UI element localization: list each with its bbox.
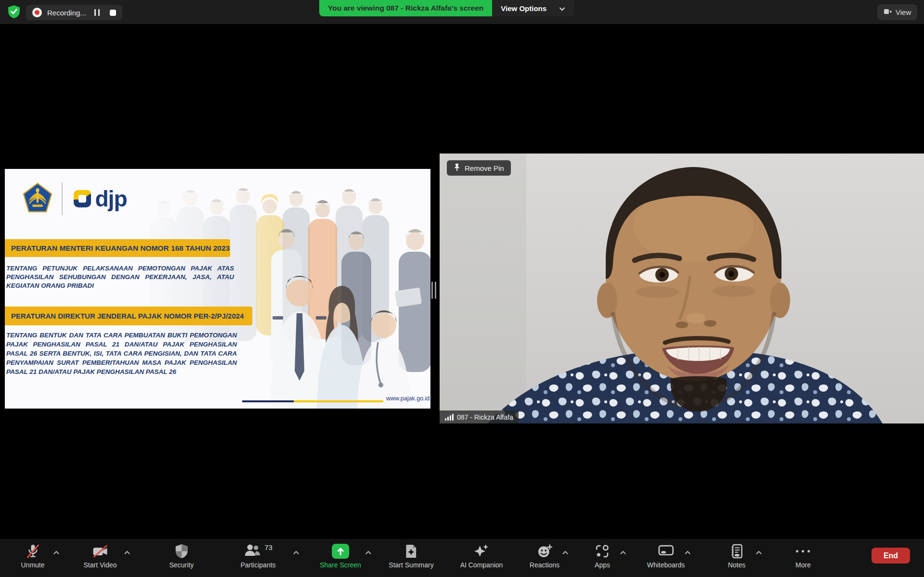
share-screen-label: Share Screen [320,561,361,569]
apps-options-chevron[interactable] [620,550,626,555]
recording-indicator: Recording... [26,5,122,20]
participant-name: 087 - Rickza Alfafa [457,413,513,421]
djp-logo-text: djp [95,188,127,210]
view-layout-button[interactable]: View [877,4,917,20]
reactions-options-chevron[interactable] [562,550,569,555]
top-bar: Recording... You are viewing 087 - Rickz… [0,0,924,24]
end-meeting-button[interactable]: End [872,548,910,564]
whiteboard-icon [658,542,674,560]
meeting-toolbar: Unmute Start Video Security 73 Participa… [0,539,924,577]
reactions-smiley-icon [537,542,552,560]
recording-label: Recording... [47,9,86,17]
audio-options-chevron[interactable] [53,550,60,555]
logo-separator [62,182,63,215]
kemenkeu-logo [23,182,52,215]
pause-recording-button[interactable] [94,9,100,16]
slide-footer-line-navy [242,400,294,402]
view-layout-icon [884,8,892,16]
view-options-label: View Options [501,4,547,13]
unmute-label: Unmute [21,561,44,569]
start-video-button[interactable]: Start Video [83,542,117,569]
chevron-down-icon [559,4,565,13]
viewing-banner: You are viewing 087 - Rickza Alfafa's sc… [319,0,492,16]
view-options-button[interactable]: View Options [492,0,574,16]
shield-check-icon [8,5,20,20]
more-label: More [795,561,811,569]
security-shield-icon [175,542,188,560]
ai-sparkle-icon [474,542,489,560]
slide-subtitle-2: TENTANG BENTUK DAN TATA CARA PEMBUATAN B… [6,331,237,376]
slide-website: www.pajak.go.id [386,395,429,402]
participants-button[interactable]: 73 Participants [240,542,275,569]
shared-screen-slide: djp PERATURAN MENTERI KEUANGAN NOMOR 168… [5,169,430,409]
notes-label: Notes [728,561,746,569]
slide-subtitle-1: TENTANG PETUNJUK PELAKSANAAN PEMOTONGAN … [6,264,234,290]
zoom-meeting-window: { "meeting": { "recording_label": "Recor… [0,0,924,577]
participant-video-feed [440,154,924,423]
notes-options-chevron[interactable] [756,550,762,555]
more-button[interactable]: More [795,542,811,569]
viewing-banner-group: You are viewing 087 - Rickza Alfafa's sc… [319,0,574,16]
view-label: View [896,8,911,16]
apps-button[interactable]: Apps [595,542,610,569]
slide-title-2: PERATURAN DIREKTUR JENDERAL PAJAK NOMOR … [5,307,252,325]
notes-icon [730,542,743,560]
slide-title-1: PERATURAN MENTERI KEUANGAN NOMOR 168 TAH… [5,239,230,257]
share-screen-button[interactable]: Share Screen [320,542,361,569]
ai-companion-button[interactable]: AI Companion [460,542,503,569]
more-dots-icon [796,542,810,560]
djp-logo: djp [73,188,127,210]
share-screen-icon [332,544,349,559]
security-label: Security [169,561,194,569]
participants-options-chevron[interactable] [293,550,299,555]
participants-count: 73 [264,543,273,551]
share-options-chevron[interactable] [365,550,372,555]
remove-pin-button[interactable]: Remove Pin [447,160,511,176]
start-video-label: Start Video [83,561,117,569]
remove-pin-label: Remove Pin [465,164,504,172]
whiteboards-options-chevron[interactable] [685,550,691,555]
security-button[interactable]: Security [169,542,194,569]
video-options-chevron[interactable] [124,550,130,555]
pin-icon [454,163,460,173]
slide-footer-line-yellow [294,400,383,402]
whiteboards-button[interactable]: Whiteboards [647,542,685,569]
slide-logos: djp [23,182,127,215]
reactions-button[interactable]: Reactions [530,542,560,569]
camera-off-icon [92,542,108,560]
unmute-button[interactable]: Unmute [21,542,44,569]
pinned-video-tile: Remove Pin 087 - Rickza Alfafa [440,154,924,423]
panel-resize-handle[interactable] [431,282,436,299]
signal-strength-icon [445,414,454,421]
apps-icon [595,542,609,560]
whiteboards-label: Whiteboards [647,561,685,569]
participant-name-tag: 087 - Rickza Alfafa [440,410,519,423]
summary-document-icon [404,542,417,560]
reactions-label: Reactions [530,561,560,569]
stop-recording-button[interactable] [110,10,116,16]
apps-label: Apps [595,561,610,569]
notes-button[interactable]: Notes [728,542,746,569]
start-summary-button[interactable]: Start Summary [389,542,433,569]
start-summary-label: Start Summary [389,561,433,569]
ai-companion-label: AI Companion [460,561,503,569]
participants-label: Participants [240,561,275,569]
microphone-muted-icon [26,542,39,560]
participants-icon [244,544,261,559]
record-icon [32,8,42,17]
security-encryption-button[interactable] [6,4,22,21]
